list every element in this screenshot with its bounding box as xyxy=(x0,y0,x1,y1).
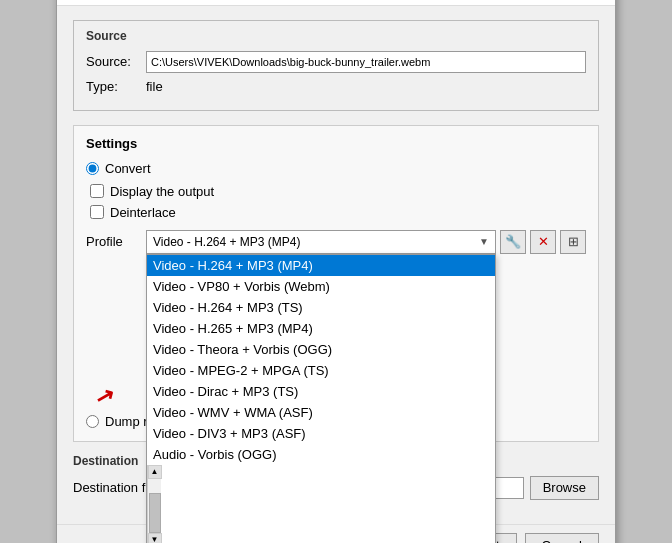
deinterlace-label: Deinterlace xyxy=(110,205,176,220)
type-label: Type: xyxy=(86,79,146,94)
settings-label: Settings xyxy=(86,136,586,151)
wrench-button[interactable]: 🔧 xyxy=(500,230,526,254)
convert-radio-label: Convert xyxy=(105,161,151,176)
dropdown-item-1[interactable]: Video - VP80 + Vorbis (Webm) xyxy=(147,276,495,297)
profile-controls: Video - H.264 + MP3 (MP4) ▼ Video - H.26… xyxy=(146,230,586,254)
profile-selected-text: Video - H.264 + MP3 (MP4) xyxy=(153,235,301,249)
type-row: Type: file xyxy=(86,79,586,94)
scroll-up-arrow[interactable]: ▲ xyxy=(148,465,162,479)
browse-button[interactable]: Browse xyxy=(530,476,599,500)
profile-row: Profile Video - H.264 + MP3 (MP4) ▼ Vide… xyxy=(86,230,586,254)
display-output-label: Display the output xyxy=(110,184,214,199)
convert-radio[interactable] xyxy=(86,162,99,175)
dropdown-item-2[interactable]: Video - H.264 + MP3 (TS) xyxy=(147,297,495,318)
display-output-checkbox[interactable] xyxy=(90,184,104,198)
dropdown-item-5[interactable]: Video - MPEG-2 + MPGA (TS) xyxy=(147,360,495,381)
main-content: Source Source: Type: file Settings Conve… xyxy=(57,6,615,514)
dump-radio[interactable] xyxy=(86,415,99,428)
source-section-label: Source xyxy=(86,29,586,43)
dropdown-item-7[interactable]: Video - WMV + WMA (ASF) xyxy=(147,402,495,423)
source-input[interactable] xyxy=(146,51,586,73)
type-value: file xyxy=(146,79,163,94)
dropdown-item-6[interactable]: Video - Dirac + MP3 (TS) xyxy=(147,381,495,402)
display-output-row: Display the output xyxy=(90,184,586,199)
source-label: Source: xyxy=(86,54,146,69)
deinterlace-checkbox[interactable] xyxy=(90,205,104,219)
cancel-button[interactable]: Cancel xyxy=(525,533,599,544)
source-row: Source: xyxy=(86,51,586,73)
profile-label: Profile xyxy=(86,234,146,249)
scroll-down-arrow[interactable]: ▼ xyxy=(148,533,162,544)
dropdown-arrow-icon: ▼ xyxy=(479,236,489,247)
dropdown-item-4[interactable]: Video - Theora + Vorbis (OGG) xyxy=(147,339,495,360)
deinterlace-row: Deinterlace xyxy=(90,205,586,220)
scroll-thumb[interactable] xyxy=(149,493,161,533)
source-section: Source Source: Type: file xyxy=(73,20,599,111)
new-profile-button[interactable]: ⊞ xyxy=(560,230,586,254)
dropdown-item-3[interactable]: Video - H.265 + MP3 (MP4) xyxy=(147,318,495,339)
profile-select-wrapper: Video - H.264 + MP3 (MP4) ▼ Video - H.26… xyxy=(146,230,496,254)
dropdown-items: Video - H.264 + MP3 (MP4) Video - VP80 +… xyxy=(147,255,495,465)
dropdown-item-0[interactable]: Video - H.264 + MP3 (MP4) xyxy=(147,255,495,276)
dropdown-item-8[interactable]: Video - DIV3 + MP3 (ASF) xyxy=(147,423,495,444)
convert-radio-row: Convert xyxy=(86,161,586,176)
profile-select[interactable]: Video - H.264 + MP3 (MP4) ▼ xyxy=(146,230,496,254)
dropdown-scrollbar: ▲ ▼ xyxy=(147,465,161,544)
dropdown-item-9[interactable]: Audio - Vorbis (OGG) xyxy=(147,444,495,465)
red-arrow-icon: ↗ xyxy=(93,382,117,412)
delete-profile-button[interactable]: ✕ xyxy=(530,230,556,254)
profile-dropdown-list: Video - H.264 + MP3 (MP4) Video - VP80 +… xyxy=(146,254,496,544)
convert-window: Convert ─ □ ✕ Source Source: Type: file … xyxy=(56,0,616,543)
settings-section: Settings Convert Display the output Dein… xyxy=(73,125,599,442)
